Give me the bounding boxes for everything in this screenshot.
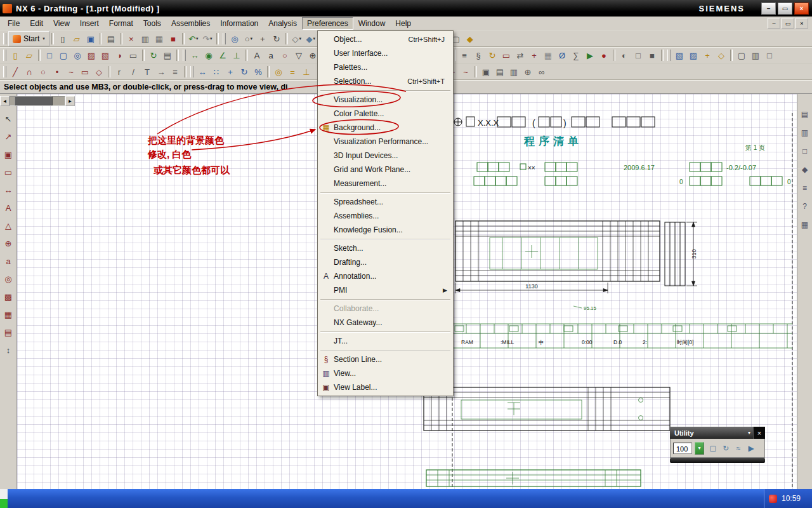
utility-close-icon[interactable]: ×: [753, 427, 765, 439]
assembly-navigator-icon[interactable]: ▤: [799, 108, 811, 121]
menu-item-view-label[interactable]: ▣View Label...: [318, 380, 452, 394]
utility-value-field[interactable]: 100: [673, 443, 692, 454]
menu-item-visualization[interactable]: Visualization...: [318, 93, 452, 107]
menu-item-palettes[interactable]: Palettes...: [318, 60, 452, 74]
perpendicular-icon[interactable]: ⊥: [299, 65, 313, 79]
delete-icon[interactable]: ■: [166, 32, 180, 46]
break-view-icon[interactable]: ▭: [126, 48, 140, 62]
table-tool-icon[interactable]: ▤: [1, 325, 15, 339]
target-tool-icon[interactable]: ◎: [1, 272, 15, 286]
cascade-icon[interactable]: ▢: [735, 48, 749, 62]
undo-icon[interactable]: ↶▾: [187, 32, 200, 46]
snap-angle-icon[interactable]: ↗: [1, 130, 15, 144]
zoom-icon[interactable]: ○▾: [242, 32, 256, 46]
datum-feature-icon[interactable]: ▽: [292, 48, 306, 62]
dimension-tool-icon[interactable]: ↔: [1, 183, 15, 197]
menu-analysis[interactable]: Analysis: [263, 17, 302, 30]
note-tool-icon[interactable]: A: [1, 201, 15, 215]
menu-item-assemblies[interactable]: Assemblies...: [318, 209, 452, 223]
tray-app-icon[interactable]: [769, 495, 777, 503]
mirror-icon[interactable]: ↔: [195, 65, 209, 79]
balloon-tool-icon[interactable]: ⊕: [1, 236, 15, 250]
fit-view-icon[interactable]: ◎: [228, 32, 242, 46]
break-line-icon[interactable]: ~: [459, 65, 473, 79]
menu-item-annotation[interactable]: AAnnotation...: [318, 269, 452, 283]
section-view-icon[interactable]: ▨: [84, 48, 98, 62]
filter-icon[interactable]: ≈: [732, 442, 745, 455]
utility-title-bar[interactable]: Utility ▾: [670, 427, 753, 439]
start-button[interactable]: Start▾: [8, 31, 49, 46]
roles-icon[interactable]: ◆: [463, 32, 477, 46]
redo-icon[interactable]: ↷▾: [200, 32, 214, 46]
part-navigator-icon[interactable]: ▥: [799, 126, 811, 139]
child-restore-button[interactable]: ▭: [782, 18, 794, 29]
scale-icon[interactable]: %: [251, 65, 265, 79]
measure-distance-icon[interactable]: Ø: [555, 48, 569, 62]
menu-item-grid-and-work-plane[interactable]: Grid and Work Plane...: [318, 163, 452, 177]
point-icon[interactable]: •: [50, 65, 64, 79]
rotate-object-icon[interactable]: ↻: [237, 65, 251, 79]
update-icon[interactable]: ↻: [485, 48, 499, 62]
roles-panel-icon[interactable]: ◆: [799, 163, 811, 176]
child-close-button[interactable]: ×: [796, 18, 808, 29]
blank-icon[interactable]: □: [631, 48, 645, 62]
select-filter-icon[interactable]: ↖: [1, 112, 15, 126]
wcs-icon[interactable]: +: [700, 48, 714, 62]
pattern-icon[interactable]: ∷: [209, 65, 223, 79]
shaded-icon[interactable]: ◆▾: [304, 32, 318, 46]
polygon-icon[interactable]: ◇: [92, 65, 106, 79]
menu-window[interactable]: Window: [353, 17, 391, 30]
hatch-tool-icon[interactable]: ▩: [1, 290, 15, 304]
new-file-icon[interactable]: ▯: [56, 32, 70, 46]
export-icon[interactable]: ▶: [745, 442, 757, 455]
menu-item-background[interactable]: ▦Background...: [318, 121, 452, 135]
record-icon[interactable]: ●: [597, 48, 611, 62]
object-pref-icon[interactable]: ▣: [479, 65, 493, 79]
snap-icon[interactable]: +: [527, 48, 541, 62]
style-icon[interactable]: §: [471, 48, 485, 62]
menu-item-pmi[interactable]: PMI▶: [318, 283, 452, 297]
print-icon[interactable]: ▤: [104, 32, 118, 46]
menu-item-3d-input-devices[interactable]: 3D Input Devices...: [318, 149, 452, 163]
menu-help[interactable]: Help: [390, 17, 416, 30]
scroll-left-icon[interactable]: ◂: [0, 96, 10, 106]
menu-item-drafting[interactable]: Drafting...: [318, 255, 452, 269]
menu-item-measurement[interactable]: Measurement...: [318, 177, 452, 190]
radial-dimension-icon[interactable]: ◉: [202, 48, 216, 62]
menu-item-section-line[interactable]: §Section Line...: [318, 352, 452, 366]
menu-edit[interactable]: Edit: [25, 17, 48, 30]
datum-tool-icon[interactable]: ▣: [1, 147, 15, 161]
grid-icon[interactable]: ▦: [541, 48, 555, 62]
balloon-icon[interactable]: ○: [278, 48, 292, 62]
angular-dimension-icon[interactable]: ∠: [216, 48, 230, 62]
menu-item-visualization-performance[interactable]: Visualization Performance...: [318, 135, 452, 149]
tile-icon[interactable]: ▥: [749, 48, 763, 62]
view-pref-icon[interactable]: ▥: [507, 65, 521, 79]
analysis-icon[interactable]: ∑: [569, 48, 583, 62]
linear-dimension-icon[interactable]: ↔: [188, 48, 202, 62]
menu-item-sketch[interactable]: Sketch...: [318, 241, 452, 255]
chamfer-icon[interactable]: /: [126, 65, 140, 79]
annotation-pref-icon[interactable]: ▤: [493, 65, 507, 79]
extend-icon[interactable]: →: [154, 65, 168, 79]
menu-item-object[interactable]: Object...Ctrl+Shift+J: [318, 32, 452, 46]
menu-assemblies[interactable]: Assemblies: [166, 17, 215, 30]
menu-item-knowledge-fusion[interactable]: Knowledge Fusion...: [318, 223, 452, 237]
restore-button[interactable]: ▭: [778, 3, 792, 15]
line-icon[interactable]: ╱: [8, 65, 22, 79]
half-section-icon[interactable]: ▧: [98, 48, 112, 62]
cut-icon[interactable]: ×: [124, 32, 138, 46]
copy-icon[interactable]: ▥: [138, 32, 152, 46]
menu-item-selection[interactable]: Selection...Ctrl+Shift+T: [318, 74, 452, 88]
menu-item-nx-gateway[interactable]: NX Gateway...: [318, 316, 452, 330]
rotate-view-icon[interactable]: ↻: [270, 32, 284, 46]
associate-icon[interactable]: ∞: [535, 65, 549, 79]
layer-visible-icon[interactable]: ▧: [672, 48, 686, 62]
origin-icon[interactable]: ⊕: [521, 65, 535, 79]
sketch-tool-icon[interactable]: ▭: [1, 165, 15, 179]
close-button[interactable]: ×: [794, 3, 809, 15]
full-screen-icon[interactable]: □: [763, 48, 776, 62]
palettes-panel-icon[interactable]: ▦: [799, 218, 811, 231]
refresh-display-icon[interactable]: ↻: [719, 442, 732, 455]
show-hide-icon[interactable]: ◐: [617, 48, 631, 62]
